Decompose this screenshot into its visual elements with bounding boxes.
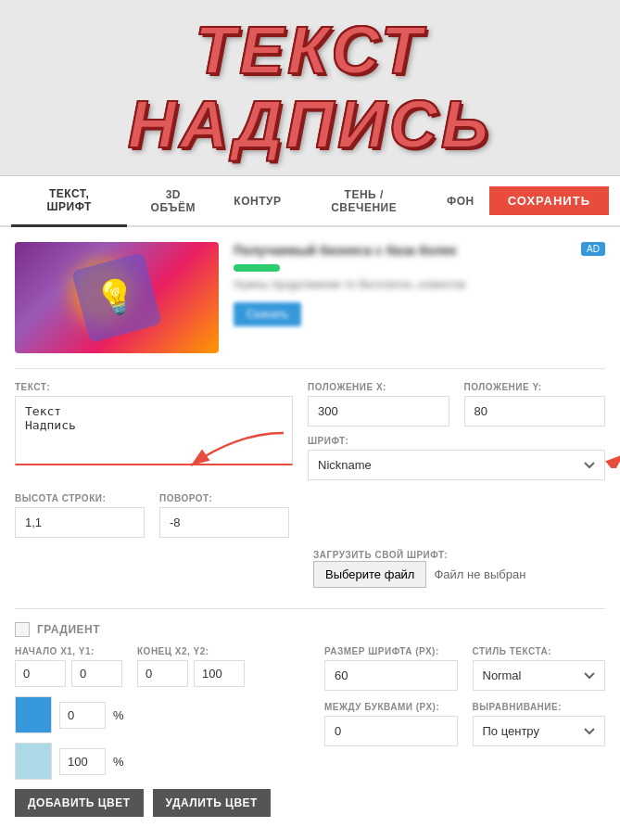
percent-input-1[interactable] [59, 702, 106, 729]
pos-y-input[interactable] [464, 396, 606, 426]
promo-text: AD Получаемый бизнеса с база более Нужны… [234, 242, 605, 353]
align-select[interactable]: По центру По левому По правому [473, 716, 606, 746]
color-row-2: % [15, 743, 302, 780]
tab-contour[interactable]: КОНТУР [219, 184, 296, 219]
percent-input-2[interactable] [59, 748, 106, 775]
font-select-wrapper: Nickname [308, 450, 605, 480]
font-size-label: РАЗМЕР ШРИФТА (РХ): [324, 646, 458, 656]
green-bar [234, 264, 280, 272]
font-size-input[interactable] [324, 660, 458, 691]
letter-spacing-group: МЕЖДУ БУКВАМИ (РХ): [324, 702, 458, 746]
text-style-label: СТИЛЬ ТЕКСТА: [473, 646, 606, 656]
promo-section: 💡 AD Получаемый бизнеса с база более Нуж… [15, 242, 605, 353]
toolbar: ТЕКСТ, ШРИФТ 3D ОБЪЁМ КОНТУР ТЕНЬ / СВЕЧ… [0, 176, 620, 227]
font-settings-right: РАЗМЕР ШРИФТА (РХ): СТИЛЬ ТЕКСТА: Normal… [317, 646, 605, 817]
end-x-input[interactable] [137, 660, 188, 687]
font-size-style-row: РАЗМЕР ШРИФТА (РХ): СТИЛЬ ТЕКСТА: Normal… [324, 646, 605, 691]
start-group: НАЧАЛО X1, Y1: [15, 646, 122, 687]
upload-group: ЗАГРУЗИТЬ СВОЙ ШРИФТ: Выберите файл Файл… [313, 547, 605, 601]
delete-color-button[interactable]: УДАЛИТЬ ЦВЕТ [153, 789, 271, 817]
text-group: ТЕКСТ: Текст Надпись [15, 382, 293, 480]
tab-bg[interactable]: ФОН [432, 184, 489, 219]
line-height-label: ВЫСОТА СТРОКИ: [15, 493, 145, 503]
end-group: КОНЕЦ X2, Y2: [137, 646, 245, 687]
gradient-header: ГРАДИЕНТ [15, 622, 605, 637]
tab-3d[interactable]: 3D ОБЪЁМ [127, 177, 219, 225]
text-style-select[interactable]: Normal Bold Italic Bold Italic [473, 660, 606, 691]
promo-button[interactable]: Скачать [234, 302, 301, 326]
end-label: КОНЕЦ X2, Y2: [137, 646, 245, 656]
position-section: ПОЛОЖЕНИЕ X: ПОЛОЖЕНИЕ Y: ШРИФТ: Nicknam… [308, 382, 605, 480]
height-rotation-row: ВЫСОТА СТРОКИ: ПОВОРОТ: [15, 493, 605, 538]
start-y-input[interactable] [71, 660, 122, 687]
percent-sign-2: % [113, 755, 124, 769]
letter-spacing-label: МЕЖДУ БУКВАМИ (РХ): [324, 702, 458, 712]
text-annotation: Текст Надпись [15, 396, 293, 468]
spacing-align-row: МЕЖДУ БУКВАМИ (РХ): ВЫРАВНИВАНИЕ: По цен… [324, 702, 605, 746]
gradient-left: НАЧАЛО X1, Y1: КОНЕЦ X2, Y2: [15, 646, 302, 817]
line-height-input[interactable] [15, 507, 145, 538]
rotation-input[interactable] [159, 507, 289, 538]
preview-text: ТЕКСТ НАДПИСЬ [128, 14, 492, 160]
text-label: ТЕКСТ: [15, 382, 293, 392]
font-group: ШРИФТ: Nickname [308, 436, 605, 480]
pos-x-label: ПОЛОЖЕНИЕ X: [308, 382, 449, 392]
preview-area: ТЕКСТ НАДПИСЬ [0, 0, 620, 176]
upload-label: ЗАГРУЗИТЬ СВОЙ ШРИФТ: [313, 550, 448, 560]
line-height-group: ВЫСОТА СТРОКИ: [15, 493, 145, 538]
rotation-group: ПОВОРОТ: [159, 493, 289, 538]
start-inputs [15, 660, 122, 687]
font-label: ШРИФТ: [308, 436, 605, 446]
gradient-bottom-row: НАЧАЛО X1, Y1: КОНЕЦ X2, Y2: [15, 646, 605, 817]
end-inputs [137, 660, 245, 687]
start-label: НАЧАЛО X1, Y1: [15, 646, 122, 656]
tab-shadow[interactable]: ТЕНЬ / СВЕЧЕНИЕ [296, 177, 432, 225]
save-button[interactable]: СОХРАНИТЬ [489, 186, 609, 215]
divider-1 [15, 368, 605, 369]
promo-subtitle: Нужны продолжение то бесплатно, клиентов [234, 277, 605, 293]
font-select[interactable]: Nickname [308, 450, 605, 480]
align-group: ВЫРАВНИВАНИЕ: По центру По левому По пра… [473, 702, 606, 746]
promo-image: 💡 [15, 242, 219, 353]
file-upload-row: Выберите файл Файл не выбран [313, 561, 605, 588]
spacer-1 [304, 493, 605, 538]
gradient-coords: НАЧАЛО X1, Y1: КОНЕЦ X2, Y2: [15, 646, 302, 687]
gradient-checkbox[interactable] [15, 622, 30, 637]
color-swatch-1[interactable] [15, 696, 52, 733]
font-size-group: РАЗМЕР ШРИФТА (РХ): [324, 646, 458, 691]
align-label: ВЫРАВНИВАНИЕ: [473, 702, 606, 712]
color-row-1: % [15, 696, 302, 733]
divider-2 [15, 608, 605, 609]
percent-sign-1: % [113, 708, 124, 722]
main-content: 💡 AD Получаемый бизнеса с база более Нуж… [0, 227, 620, 840]
pos-xy-row: ПОЛОЖЕНИЕ X: ПОЛОЖЕНИЕ Y: [308, 382, 605, 426]
action-buttons: ДОБАВИТЬ ЦВЕТ УДАЛИТЬ ЦВЕТ [15, 789, 302, 817]
text-position-row: ТЕКСТ: Текст Надпись ПОЛОЖЕНИЕ X: [15, 382, 605, 480]
color-swatch-2[interactable] [15, 743, 52, 780]
promo-title: Получаемый бизнеса с база более [234, 242, 605, 259]
pos-x-group: ПОЛОЖЕНИЕ X: [308, 382, 449, 426]
start-x-input[interactable] [15, 660, 66, 687]
text-style-group: СТИЛЬ ТЕКСТА: Normal Bold Italic Bold It… [473, 646, 606, 691]
pos-x-input[interactable] [308, 396, 449, 426]
letter-spacing-input[interactable] [324, 716, 458, 746]
gradient-section: ГРАДИЕНТ НАЧАЛО X1, Y1: КОНЕЦ X2, Y2: [15, 622, 605, 817]
upload-row-outer: ЗАГРУЗИТЬ СВОЙ ШРИФТ: Выберите файл Файл… [15, 547, 605, 601]
promo-icon: 💡 [71, 252, 162, 343]
add-color-button[interactable]: ДОБАВИТЬ ЦВЕТ [15, 789, 144, 817]
file-choose-button[interactable]: Выберите файл [313, 561, 426, 588]
gradient-label: ГРАДИЕНТ [37, 623, 100, 636]
end-y-input[interactable] [194, 660, 245, 687]
pos-y-label: ПОЛОЖЕНИЕ Y: [464, 382, 606, 392]
pos-y-group: ПОЛОЖЕНИЕ Y: [464, 382, 606, 426]
text-input[interactable]: Текст Надпись [15, 396, 293, 465]
rotation-label: ПОВОРОТ: [159, 493, 289, 503]
file-name-label: Файл не выбран [434, 567, 525, 581]
tab-text-font[interactable]: ТЕКСТ, ШРИФТ [11, 176, 127, 227]
